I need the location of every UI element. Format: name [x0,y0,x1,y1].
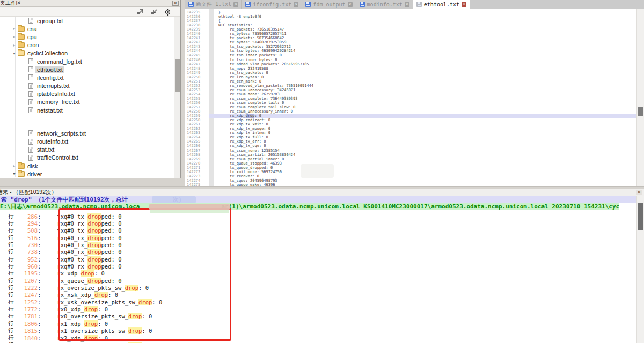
line-text: rx_xdp_tx_full: 0 [209,135,636,139]
tree-scrollbar[interactable] [174,17,180,178]
line-number: 142258 [185,109,209,114]
result-row[interactable]: 行286:txq#0_tx_dropped: 0 [0,213,636,220]
tree-item-routeInfo.txt[interactable]: routeInfo.txt [0,137,174,145]
result-line-number: 1247 [15,292,38,298]
tab-fdm_output[interactable]: fdm_output✕ [302,0,356,9]
path-prefix: E:\日志\armod0523.odata.ncmp.unicom.loca [0,203,140,210]
row-label: 行 [0,284,15,292]
tree-item-trafficControl.txt[interactable]: trafficControl.txt [0,154,174,162]
tab-close-icon[interactable]: ✕ [462,2,466,7]
tree-item-network_scripts.txt[interactable]: network_scripts.txt [0,129,174,137]
tree-item-cna[interactable]: ▸cna [0,25,174,33]
result-row[interactable]: 行1247:rx_xsk_xdp_drop: 0 [0,292,636,299]
tree-item-ifconfig.txt[interactable]: ifconfig.txt [0,73,174,81]
editor-scrollbar-thumb[interactable] [638,107,643,116]
result-row[interactable]: 行1772:rx0_xdp_drop: 0 [0,305,636,312]
line-number: 142244 [185,49,209,53]
sync-out-icon[interactable] [136,9,144,15]
result-row[interactable]: 行1252:rx_xsk_oversize_pkts_sw_drop: 0 [0,299,636,305]
tree-item-iptablesInfo.txt[interactable]: iptablesInfo.txt [0,90,174,98]
tree-item-memory_free.txt[interactable]: memory_free.txt [0,98,174,106]
tree-item-netstat.txt[interactable]: netstat.txt [0,106,174,114]
result-row[interactable]: 行1222:rx_oversize_pkts_sw_drop: 0 [0,284,636,291]
tab-ethtool.txt[interactable]: ethtool.txt✕ [413,0,470,9]
result-text: rx_xsk_xdp_drop: 0 [57,292,118,298]
save-icon [188,2,194,7]
line-number: 142264 [185,135,209,139]
tree-item-lsmod.txt[interactable]: lsmod.txt [0,178,174,178]
result-row[interactable]: 行294:rxq#0_rx_dropped: 0 [0,220,636,227]
folder-icon [18,34,25,40]
result-row[interactable]: 行952:txq#0_tx_dropped: 0 [0,256,636,263]
tree-item-label: network_scripts.txt [35,130,87,137]
tree-item-disk[interactable]: ▸disk [0,162,174,170]
line-number: 142259 [185,114,209,118]
tree-item-driver[interactable]: ▾driver [0,170,174,178]
workspace-titlebar: 夹工作区 ✕ [0,0,180,7]
vertical-splitter[interactable] [181,0,185,186]
line-text: rx_xdp_tx_err: 0 [209,139,636,144]
line-text: rx_lro_packets: 0 [209,71,636,75]
result-file-path[interactable]: E:\日志\armod0523.odata.ncmp.unicom.locaar… [0,203,644,210]
match-highlight: drop [84,335,98,341]
result-row[interactable]: 行1815:rx1_oversize_pkts_sw_drop: 0 [0,327,636,334]
results-close-button[interactable]: ✕ [636,190,642,195]
result-row[interactable]: 行1840:rx2_xdp_drop: 0 [0,334,636,341]
line-text: NIC statistics: [209,23,636,27]
tree-item-cgroup.txt[interactable]: cgroup.txt [0,17,174,25]
tree-item-label: command_log.txt [35,58,84,65]
sync-in-icon[interactable] [150,9,158,15]
tree-item-ethtool.txt[interactable]: ethtool.txt [0,65,174,73]
tab-close-icon[interactable]: ✕ [405,2,409,7]
tab-close-icon[interactable]: ✕ [348,2,353,7]
tree-item-cpu[interactable]: ▸cpu [0,33,174,41]
tree-item-label: driver [26,171,44,177]
result-row[interactable]: 行1207:tx_queue_dropped: 0 [0,277,636,284]
chevron-right-icon: ▸ [11,163,18,168]
result-row[interactable]: 行738:rxq#0_rx_dropped: 0 [0,249,636,256]
tab--1.txt[interactable]: 新文件 1.txt✕ [185,0,242,9]
results-scrollbar[interactable] [636,196,644,343]
line-text: rx_xdp_drop: 0 [209,114,636,118]
tab-ifconfig.txt[interactable]: ifconfig.txt✕ [242,0,302,9]
tree-scrollbar-thumb[interactable] [175,59,180,92]
result-row[interactable]: 行1195:rx_xdp_drop: 0 [0,270,636,277]
locate-file-icon[interactable] [164,9,172,15]
results-scrollbar-thumb[interactable] [638,203,643,230]
result-row[interactable]: 行508:txq#0_tx_dropped: 0 [0,227,636,234]
result-line-number: 1840 [15,335,38,341]
line-text: rx_xdp_tx_mpwqe: 0 [209,126,636,131]
tab-close-icon[interactable]: ✕ [294,2,298,7]
line-number: 142238 [185,23,209,27]
editor-text-area[interactable]: 142235}142236ethtool -S enp1s0f0142237{1… [185,9,636,186]
search-summary-text: 索 "drop" （1个文件中匹配到10192次，总计 [1,196,128,203]
file-icon [28,83,33,89]
workspace-close-button[interactable]: ✕ [172,1,179,6]
line-text: rx_xdp_redirect: 0 [209,118,636,122]
tree-item-interrupts.txt[interactable]: interrupts.txt [0,82,174,90]
editor-line: 142236ethtool -S enp1s0f0 [185,14,636,19]
result-row[interactable]: 行516:rxq#0_rx_dropped: 0 [0,234,636,241]
line-text: rx_ecn_mark: 0 [209,79,636,84]
tab-close-icon[interactable]: ✕ [233,2,238,7]
tree-item-cron[interactable]: ▸cron [0,41,174,49]
result-row[interactable]: 行730:txq#0_tx_dropped: 0 [0,241,636,248]
tree-item-stat.txt[interactable]: stat.txt [0,146,174,154]
tree-item-label: cgroup.txt [35,18,64,24]
tree-item-command_log.txt[interactable]: command_log.txt [0,57,174,65]
tab-modinfo.txt[interactable]: modinfo.txt✕ [356,0,413,9]
line-text: rx_csum_unnecessary: 34245971 [209,88,636,92]
result-line-number: 960 [15,263,38,270]
result-row[interactable]: 行960:rxq#0_rx_dropped: 0 [0,263,636,270]
editor-scrollbar[interactable] [636,9,644,186]
results-header-title: 结果 - （匹配10192次） [0,189,57,196]
result-row[interactable]: 行1781:rx0_oversize_pkts_sw_drop: 0 [0,313,636,320]
row-label: 行 [0,213,15,220]
line-text: rx_removed_vlan_packets: 736510091444 [209,84,636,88]
tree-item-cyclicCollection[interactable]: ▾cyclicCollection [0,49,174,57]
editor-line: 142269 tx_csum_partial_inner: 0 [185,157,636,161]
row-label: 行 [0,234,15,242]
match-highlight: drop [87,278,101,284]
result-row[interactable]: 行1806:rx1_xdp_drop: 0 [0,320,636,327]
file-icon [28,99,33,105]
